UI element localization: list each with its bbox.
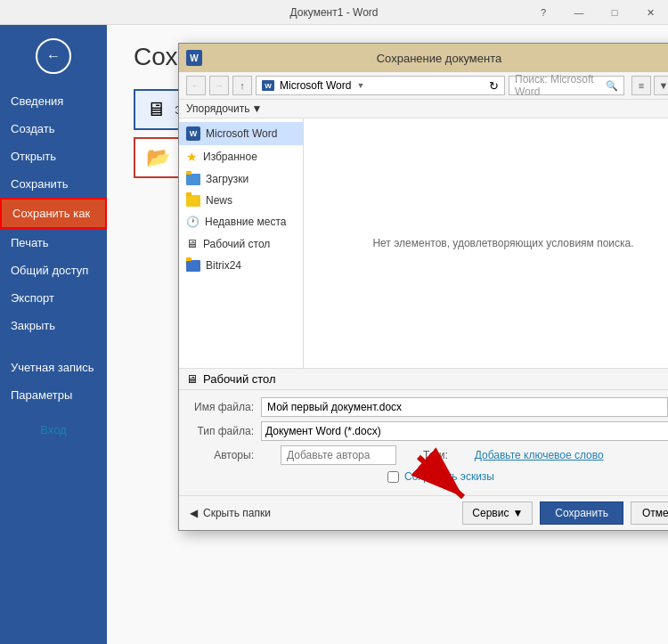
thumbnail-row: Сохранять эскизы <box>190 470 668 483</box>
thumbnail-checkbox[interactable] <box>387 471 399 483</box>
authors-row: Авторы: Теги: Добавьте ключевое слово <box>190 445 668 465</box>
sidebar-item-options[interactable]: Параметры <box>0 381 107 409</box>
authors-input[interactable] <box>281 445 396 465</box>
dialog-toolbar: ← → ↑ W Microsoft Word ▼ ↻ Поиск: Micros… <box>179 72 668 100</box>
thumbnail-label[interactable]: Сохранять эскизы <box>404 470 494 483</box>
sidebar-item-share[interactable]: Общий доступ <box>0 257 107 284</box>
main-layout: ← Сведения Создать Открыть Сохранить Сох… <box>0 25 668 644</box>
view-dropdown-button[interactable]: ▼ <box>654 76 668 95</box>
sort-button[interactable]: Упорядочить ▼ <box>186 102 262 115</box>
save-dialog: W Сохранение документа ✕ ← → ↑ W Microso… <box>178 43 668 531</box>
selected-folder-bar: 🖥 Рабочий стол ▼ <box>179 368 668 389</box>
view-button[interactable]: ≡ <box>631 76 651 95</box>
view-controls: ≡ ▼ ? <box>631 76 668 95</box>
sidebar-item-close[interactable]: Закрыть <box>0 312 107 339</box>
window-title: Документ1 - Word <box>289 6 378 19</box>
dialog-footer: ◀ Скрыть папки Сервис ▼ Сохранить Отмена <box>179 495 668 530</box>
close-button[interactable]: ✕ <box>632 0 668 25</box>
tree-item-recent[interactable]: 🕐 Недавние места <box>179 211 303 232</box>
sidebar-item-account[interactable]: Учетная запись <box>0 354 107 381</box>
cancel-button[interactable]: Отмена <box>631 501 668 525</box>
search-icon: 🔍 <box>606 80 618 92</box>
sidebar-item-saveas[interactable]: Сохранить как <box>0 198 107 229</box>
news-folder-icon <box>186 195 200 207</box>
recent-places-icon: 🕐 <box>186 216 200 228</box>
address-text: Microsoft Word <box>280 79 351 92</box>
sidebar-item-open[interactable]: Открыть <box>0 143 107 170</box>
tags-link[interactable]: Добавьте ключевое слово <box>475 449 604 461</box>
tree-item-ms-word[interactable]: W Microsoft Word <box>179 122 303 145</box>
hide-folders-arrow-icon: ◀ <box>190 507 198 519</box>
computer-icon: 🖥 <box>146 98 166 121</box>
nav-up-button[interactable]: ↑ <box>232 76 252 95</box>
back-button[interactable]: ← <box>36 38 71 74</box>
authors-label: Авторы: <box>190 449 254 461</box>
service-button[interactable]: Сервис ▼ <box>462 501 533 525</box>
filename-row: Имя файла: ▼ <box>190 397 668 417</box>
address-bar[interactable]: W Microsoft Word ▼ ↻ <box>256 76 505 95</box>
tree-item-news[interactable]: News <box>179 190 303 211</box>
sidebar-item-info[interactable]: Сведения <box>0 87 107 115</box>
filename-label: Имя файла: <box>190 401 254 413</box>
tags-label: Теги: <box>423 449 448 461</box>
tree-item-desktop[interactable]: 🖥 Рабочий стол <box>179 232 303 255</box>
sidebar-item-print[interactable]: Печать <box>0 229 107 257</box>
address-word-icon: W <box>262 80 274 91</box>
desktop-tree-icon: 🖥 <box>186 237 198 250</box>
favorites-icon: ★ <box>186 150 198 164</box>
filename-input[interactable] <box>261 397 668 417</box>
sidebar-item-new[interactable]: Создать <box>0 115 107 143</box>
filetype-value: Документ Word (*.docx) <box>265 425 381 437</box>
sidebar: ← Сведения Создать Открыть Сохранить Сох… <box>0 25 107 644</box>
dialog-tree: W Microsoft Word ★ Избранное Загрузки Ne… <box>179 118 304 368</box>
downloads-folder-icon <box>186 174 200 185</box>
address-chevron-icon: ▼ <box>356 81 364 90</box>
nav-back-button[interactable]: ← <box>186 76 206 95</box>
help-button[interactable]: ? <box>525 0 561 25</box>
word-tree-icon: W <box>186 126 200 141</box>
tree-item-bitrix[interactable]: Bitrix24 <box>179 255 303 276</box>
dialog-bottom: Имя файла: ▼ Тип файла: Документ Word (*… <box>179 389 668 495</box>
dialog-word-icon: W <box>186 50 202 66</box>
sidebar-item-save[interactable]: Сохранить <box>0 170 107 198</box>
tree-item-favorites[interactable]: ★ Избранное <box>179 145 303 168</box>
sort-chevron-icon: ▼ <box>251 102 262 115</box>
dialog-main-area: Нет элементов, удовлетворяющих условиям … <box>304 118 668 368</box>
hide-folders-label: Скрыть папки <box>203 507 271 519</box>
empty-text: Нет элементов, удовлетворяющих условиям … <box>372 237 633 249</box>
hide-folders-button[interactable]: ◀ Скрыть папки <box>190 507 271 519</box>
bitrix-folder-icon <box>186 260 200 272</box>
content-area: Сохранить как 🖥 Этот компьютер 📂 Обзор З… <box>107 25 668 644</box>
title-bar: Документ1 - Word ? — □ ✕ <box>0 0 668 25</box>
selected-folder-label: Рабочий стол <box>203 372 276 386</box>
filetype-label: Тип файла: <box>190 425 254 437</box>
save-button[interactable]: Сохранить <box>540 501 623 525</box>
nav-forward-button[interactable]: → <box>209 76 229 95</box>
search-placeholder-text: Поиск: Microsoft Word <box>515 73 606 98</box>
sidebar-item-export[interactable]: Экспорт <box>0 284 107 312</box>
filetype-row: Тип файла: Документ Word (*.docx) ▼ <box>190 421 668 441</box>
window-controls: ? — □ ✕ <box>525 0 668 25</box>
filetype-select[interactable]: Документ Word (*.docx) ▼ <box>261 421 668 441</box>
minimize-button[interactable]: — <box>561 0 597 25</box>
maximize-button[interactable]: □ <box>597 0 632 25</box>
dialog-content: W Microsoft Word ★ Избранное Загрузки Ne… <box>179 118 668 368</box>
sort-bar: Упорядочить ▼ <box>179 100 668 118</box>
browse-icon: 📂 <box>146 146 170 169</box>
tree-item-downloads[interactable]: Загрузки <box>179 168 303 190</box>
refresh-button[interactable]: ↻ <box>489 79 499 93</box>
search-bar[interactable]: Поиск: Microsoft Word 🔍 <box>509 76 624 95</box>
dialog-titlebar: W Сохранение документа ✕ <box>179 44 668 72</box>
service-chevron-icon: ▼ <box>512 507 523 519</box>
sign-in-link[interactable]: Вход <box>0 416 107 444</box>
footer-buttons: Сервис ▼ Сохранить Отмена <box>462 501 668 525</box>
dialog-title: Сохранение документа <box>208 52 668 65</box>
selected-folder-icon: 🖥 <box>186 372 198 386</box>
